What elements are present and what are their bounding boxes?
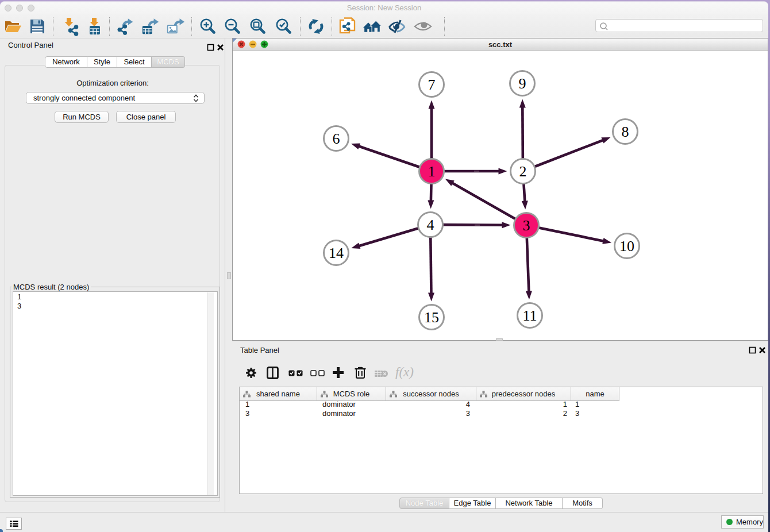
svg-text:7: 7 bbox=[428, 76, 436, 93]
svg-text:10: 10 bbox=[619, 238, 634, 255]
svg-text:1: 1 bbox=[428, 163, 436, 180]
svg-text:11: 11 bbox=[522, 307, 537, 324]
svg-text:4: 4 bbox=[427, 217, 434, 233]
svg-text:14: 14 bbox=[329, 245, 344, 261]
svg-text:9: 9 bbox=[519, 75, 526, 92]
svg-text:6: 6 bbox=[333, 130, 340, 147]
svg-text:2: 2 bbox=[519, 163, 527, 180]
svg-text:15: 15 bbox=[424, 309, 439, 326]
svg-text:3: 3 bbox=[523, 217, 530, 234]
svg-text:8: 8 bbox=[622, 124, 629, 140]
